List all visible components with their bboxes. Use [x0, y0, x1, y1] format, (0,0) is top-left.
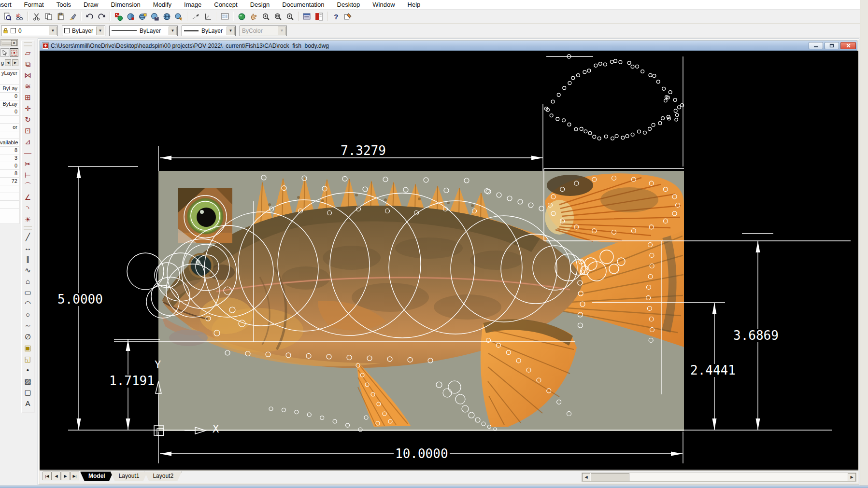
- drawing-canvas[interactable]: 7.3279 5.0000 1.7191 3.6869 2.4441 10.00…: [40, 51, 858, 470]
- menu-item-window[interactable]: Window: [366, 0, 401, 10]
- copy-object-icon[interactable]: ⧉: [22, 58, 33, 70]
- rectangle-icon[interactable]: ▭: [22, 287, 33, 298]
- tab-nav-next-icon[interactable]: ▶: [61, 472, 70, 480]
- arc-icon[interactable]: ◠: [22, 298, 33, 309]
- layer-dialog-icon[interactable]: [301, 11, 313, 22]
- text-icon[interactable]: A: [22, 398, 33, 409]
- zoom-previous-icon[interactable]: [285, 11, 296, 22]
- horizontal-scrollbar[interactable]: ◀ ▶: [582, 473, 856, 482]
- help-icon[interactable]: ?: [330, 11, 342, 22]
- mirror-icon[interactable]: ⋈: [22, 70, 33, 81]
- paste-icon[interactable]: [55, 11, 66, 22]
- menu-item-concept[interactable]: Concept: [208, 0, 243, 10]
- image-link-icon[interactable]: [173, 11, 185, 22]
- menu-item-image[interactable]: Image: [178, 0, 208, 10]
- image-web-icon[interactable]: [161, 11, 172, 22]
- close-button[interactable]: [840, 42, 856, 49]
- express-tools-icon[interactable]: [342, 11, 354, 22]
- multiline-icon[interactable]: ∥: [22, 253, 33, 265]
- spline-icon[interactable]: ∼: [22, 320, 33, 331]
- insert-block-icon[interactable]: ▣: [22, 342, 33, 353]
- extend-icon[interactable]: ⊢: [22, 169, 33, 181]
- point-icon[interactable]: •: [22, 364, 33, 376]
- layer-dropdown-arrow[interactable]: ▼: [49, 27, 57, 35]
- print-preview-icon[interactable]: [2, 11, 13, 22]
- trim-icon[interactable]: ✂: [22, 158, 33, 169]
- spin-right-icon[interactable]: ▶: [12, 59, 18, 66]
- break-icon[interactable]: ⌒: [22, 181, 33, 192]
- erase-icon[interactable]: ▱: [22, 47, 33, 58]
- line-icon[interactable]: ╱: [22, 231, 33, 242]
- drawing-titlebar[interactable]: C:\Users\mmill\OneDrive\Desktop\headspin…: [40, 41, 857, 51]
- measure-icon[interactable]: [190, 11, 201, 22]
- format-painter-icon[interactable]: [67, 11, 78, 22]
- color-dropdown-arrow[interactable]: ▼: [96, 27, 104, 35]
- toolbar-grip2[interactable]: [24, 226, 32, 230]
- find-icon[interactable]: ab: [14, 11, 25, 22]
- polyline-icon[interactable]: ∿: [22, 265, 33, 276]
- image-adjust-icon[interactable]: [137, 11, 148, 22]
- palette-close-icon[interactable]: x: [11, 40, 17, 46]
- tab-nav-first-icon[interactable]: |◀: [43, 472, 52, 480]
- menu-item-dimension[interactable]: Dimension: [104, 0, 146, 10]
- menu-item-documentation[interactable]: Documentation: [276, 0, 330, 10]
- image-save-icon[interactable]: [149, 11, 160, 22]
- menu-item-desktop[interactable]: Desktop: [331, 0, 367, 10]
- viewport-icon[interactable]: [219, 11, 230, 22]
- undo-icon[interactable]: [84, 11, 95, 22]
- scroll-right-icon[interactable]: ▶: [848, 473, 856, 481]
- menu-item-help[interactable]: Help: [401, 0, 427, 10]
- image-manager-icon[interactable]: [125, 11, 136, 22]
- tab-model[interactable]: Model: [80, 472, 114, 481]
- scroll-left-icon[interactable]: ◀: [582, 473, 590, 481]
- palette-titlebar[interactable]: x: [0, 39, 18, 46]
- menu-item-design[interactable]: Design: [244, 0, 276, 10]
- toolbar-grip[interactable]: [24, 42, 32, 46]
- tab-nav-prev-icon[interactable]: ◀: [52, 472, 61, 480]
- color-combo[interactable]: ByLayer ▼: [62, 26, 105, 36]
- stretch-icon[interactable]: ⊿: [22, 136, 33, 147]
- copy-icon[interactable]: [43, 11, 54, 22]
- rotate-icon[interactable]: ↻: [22, 114, 33, 125]
- menu-item-insert[interactable]: Insert: [0, 0, 18, 10]
- array-icon[interactable]: ⊞: [22, 92, 33, 103]
- cut-icon[interactable]: [31, 11, 42, 22]
- menu-item-tools[interactable]: Tools: [50, 0, 77, 10]
- lengthen-icon[interactable]: ―: [22, 147, 33, 158]
- menu-item-modify[interactable]: Modify: [147, 0, 178, 10]
- menu-item-draw[interactable]: Draw: [77, 0, 104, 10]
- restore-button[interactable]: [825, 42, 839, 49]
- redo-icon[interactable]: [96, 11, 107, 22]
- scale-icon[interactable]: ⊡: [22, 125, 33, 136]
- move-icon[interactable]: ✛: [22, 103, 33, 114]
- chamfer-icon[interactable]: ∠: [22, 192, 33, 203]
- linetype-combo[interactable]: ByLayer ▼: [109, 26, 178, 36]
- image-insert-icon[interactable]: [113, 11, 124, 22]
- polygon-icon[interactable]: ⌂: [22, 276, 33, 287]
- spin-left-icon[interactable]: ◀: [5, 59, 11, 66]
- construction-line-icon[interactable]: ↔: [22, 242, 33, 253]
- menu-item-format[interactable]: Format: [18, 0, 50, 10]
- select-tool-button[interactable]: [0, 48, 9, 57]
- layer-combo[interactable]: 0 ▼: [1, 26, 58, 36]
- zoom-window-icon[interactable]: [272, 11, 284, 22]
- scroll-thumb[interactable]: [591, 473, 629, 481]
- axis-tripod-icon[interactable]: [202, 11, 213, 22]
- render-sphere-icon[interactable]: [236, 11, 247, 22]
- tab-layout2[interactable]: Layout2: [144, 472, 182, 481]
- tab-layout1[interactable]: Layout1: [111, 472, 148, 481]
- tab-nav-last-icon[interactable]: ▶|: [70, 472, 79, 480]
- zoom-realtime-icon[interactable]: [260, 11, 271, 22]
- hatch-icon[interactable]: ▨: [22, 376, 33, 387]
- fillet-icon[interactable]: ◝: [22, 203, 33, 214]
- explode-icon[interactable]: ☀: [22, 214, 33, 225]
- minimize-button[interactable]: [809, 42, 823, 49]
- lineweight-dropdown-arrow[interactable]: ▼: [227, 27, 235, 35]
- content-badge-icon[interactable]: [313, 11, 325, 22]
- offset-icon[interactable]: ≋: [22, 81, 33, 92]
- region-icon[interactable]: ▢: [22, 387, 33, 398]
- linetype-dropdown-arrow[interactable]: ▼: [169, 27, 177, 35]
- pan-hand-icon[interactable]: [248, 11, 259, 22]
- quick-select-button[interactable]: [10, 48, 18, 57]
- make-block-icon[interactable]: ◱: [22, 353, 33, 364]
